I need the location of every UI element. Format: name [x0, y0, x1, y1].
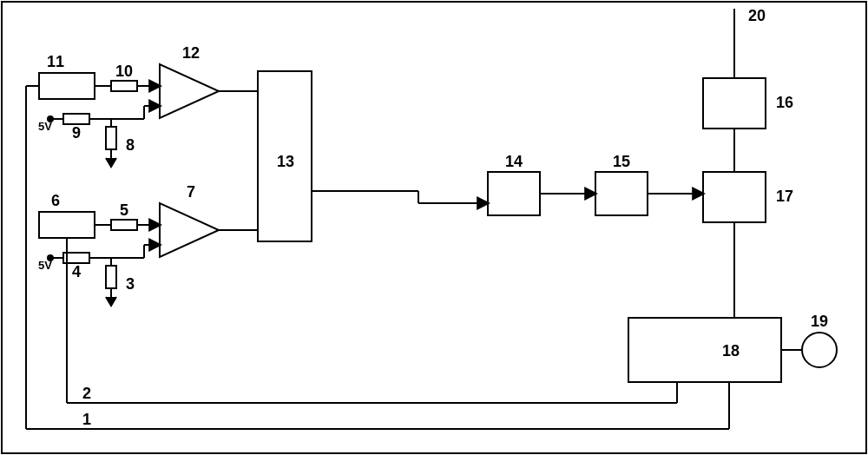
block-14 [488, 172, 540, 215]
label-16: 16 [776, 94, 793, 111]
block-15 [595, 172, 648, 215]
block-18 [628, 318, 781, 382]
label-14: 14 [505, 153, 523, 170]
label-13: 13 [277, 153, 294, 170]
amp-12 [160, 64, 219, 118]
label-12: 12 [182, 44, 200, 62]
label-2: 2 [82, 385, 91, 402]
resistor-5 [111, 220, 137, 230]
label-3: 3 [126, 275, 135, 293]
label-8: 8 [126, 136, 135, 154]
label-1: 1 [82, 411, 91, 428]
label-7: 7 [187, 183, 195, 201]
label-5: 5 [120, 201, 128, 219]
block-6 [39, 212, 95, 238]
supply-bottom: 5V [38, 259, 52, 272]
block-19 [802, 333, 837, 367]
block-11 [39, 73, 95, 99]
block-17 [703, 172, 766, 222]
resistor-8 [106, 127, 116, 149]
block-16 [703, 78, 766, 129]
label-19: 19 [811, 313, 828, 330]
resistor-10 [111, 81, 137, 91]
amp-7 [160, 203, 219, 257]
label-10: 10 [115, 63, 133, 80]
block-diagram: 11 10 12 9 8 6 5 7 4 3 13 14 15 17 16 20… [0, 0, 868, 455]
label-9: 9 [72, 124, 81, 142]
label-15: 15 [613, 153, 630, 170]
label-18: 18 [722, 342, 740, 359]
resistor-3 [106, 266, 116, 288]
label-6: 6 [51, 192, 60, 209]
label-20: 20 [748, 7, 766, 24]
label-11: 11 [47, 53, 64, 70]
label-17: 17 [776, 188, 793, 205]
resistor-9 [63, 114, 89, 124]
supply-top: 5V [38, 120, 52, 133]
label-4: 4 [72, 263, 81, 280]
